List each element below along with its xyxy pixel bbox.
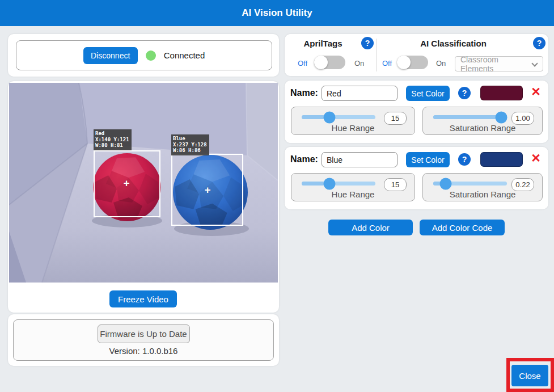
saturation-slider-blue[interactable] bbox=[433, 182, 507, 186]
ai-classification-toggle-knob bbox=[397, 56, 411, 69]
detection-center-cross-blue: + bbox=[203, 186, 212, 195]
add-color-code-button[interactable]: Add Color Code bbox=[420, 220, 505, 235]
apriltags-title: AprilTags bbox=[285, 39, 361, 48]
saturation-slider-fill bbox=[433, 115, 501, 119]
ai-classification-toggle[interactable] bbox=[397, 56, 428, 69]
connection-status-text: Connected bbox=[164, 50, 205, 60]
ai-classification-title: AI Classification bbox=[381, 39, 526, 48]
hue-range-label: Hue Range bbox=[291, 189, 415, 199]
apriltags-on-label: On bbox=[354, 59, 364, 68]
set-color-help-icon-blue[interactable]: ? bbox=[458, 153, 471, 166]
saturation-range-label: Saturation Range bbox=[423, 189, 542, 199]
name-label: Name: bbox=[290, 154, 318, 165]
camera-card: RedX:140 Y:121W:80 H:81 BlueX:237 Y:128W… bbox=[8, 81, 279, 313]
saturation-slider-thumb-red[interactable] bbox=[495, 111, 507, 123]
detection-modes-card: AprilTags ? Off On AI Classification ? O… bbox=[285, 34, 548, 76]
saturation-range-box-blue: 0.22 Saturation Range bbox=[422, 173, 543, 201]
color-name-input-blue[interactable] bbox=[322, 152, 397, 167]
connected-status-icon bbox=[146, 50, 156, 61]
color-signature-card-red: Name: Set Color ? ✕ 15 Hue Range 1.00 Sa… bbox=[285, 81, 548, 143]
color-swatch-blue[interactable] bbox=[480, 152, 523, 167]
add-color-button[interactable]: Add Color bbox=[328, 220, 413, 235]
hue-slider-thumb-red[interactable] bbox=[324, 111, 336, 123]
apriltags-help-icon[interactable]: ? bbox=[361, 37, 374, 49]
hue-slider-red[interactable] bbox=[302, 115, 375, 119]
firmware-status-button[interactable]: Firmware is Up to Date bbox=[98, 324, 190, 343]
hue-slider-thumb-blue[interactable] bbox=[324, 178, 336, 189]
freeze-video-button[interactable]: Freeze Video bbox=[109, 290, 177, 307]
hue-range-label: Hue Range bbox=[291, 123, 415, 133]
delete-color-icon-red[interactable]: ✕ bbox=[528, 85, 543, 99]
color-swatch-red[interactable] bbox=[480, 86, 523, 100]
color-name-input-red[interactable] bbox=[322, 86, 397, 101]
apriltags-toggle-knob bbox=[314, 56, 328, 69]
window-title: AI Vision Utility bbox=[0, 0, 554, 26]
dropdown-chevron-icon bbox=[531, 60, 538, 66]
ai-model-dropdown-value: Classroom Elements bbox=[460, 55, 528, 73]
firmware-card: Firmware is Up to Date Version: 1.0.0.b1… bbox=[8, 314, 279, 366]
apriltags-off-label: Off bbox=[298, 59, 307, 68]
hue-range-box-blue: 15 Hue Range bbox=[291, 173, 415, 201]
name-label: Name: bbox=[290, 88, 318, 98]
close-button[interactable]: Close bbox=[511, 365, 548, 386]
hue-range-box-red: 15 Hue Range bbox=[291, 107, 415, 135]
detection-label-blue: BlueX:237 Y:128W:86 H:86 bbox=[171, 134, 209, 155]
saturation-slider-thumb-blue[interactable] bbox=[440, 178, 452, 189]
firmware-version-text: Version: 1.0.0.b16 bbox=[109, 346, 178, 356]
set-color-help-icon-red[interactable]: ? bbox=[458, 87, 471, 99]
set-color-button-blue[interactable]: Set Color bbox=[406, 152, 450, 167]
camera-video-feed: RedX:140 Y:121W:80 H:81 BlueX:237 Y:128W… bbox=[9, 83, 278, 283]
hue-slider-blue[interactable] bbox=[302, 182, 375, 186]
ai-classification-help-icon[interactable]: ? bbox=[533, 37, 545, 49]
connection-status-box: Disconnect Connected bbox=[16, 40, 272, 70]
disconnect-button[interactable]: Disconnect bbox=[83, 47, 138, 64]
saturation-slider-red[interactable] bbox=[433, 115, 507, 119]
section-divider bbox=[377, 39, 377, 71]
ai-classification-on-label: On bbox=[436, 59, 446, 68]
detection-label-red: RedX:140 Y:121W:80 H:81 bbox=[94, 129, 132, 150]
delete-color-icon-blue[interactable]: ✕ bbox=[528, 151, 543, 166]
saturation-range-label: Saturation Range bbox=[423, 123, 542, 133]
ai-model-dropdown[interactable]: Classroom Elements bbox=[455, 56, 543, 71]
color-signature-card-blue: Name: Set Color ? ✕ 15 Hue Range 0.22 Sa… bbox=[285, 147, 548, 209]
set-color-button-red[interactable]: Set Color bbox=[406, 86, 450, 101]
saturation-range-box-red: 1.00 Saturation Range bbox=[422, 107, 543, 135]
apriltags-toggle[interactable] bbox=[314, 56, 345, 69]
connection-card: Disconnect Connected bbox=[8, 34, 279, 77]
detection-center-cross-red: + bbox=[122, 179, 131, 188]
ai-classification-off-label: Off bbox=[382, 59, 392, 68]
firmware-box: Firmware is Up to Date Version: 1.0.0.b1… bbox=[13, 319, 274, 361]
